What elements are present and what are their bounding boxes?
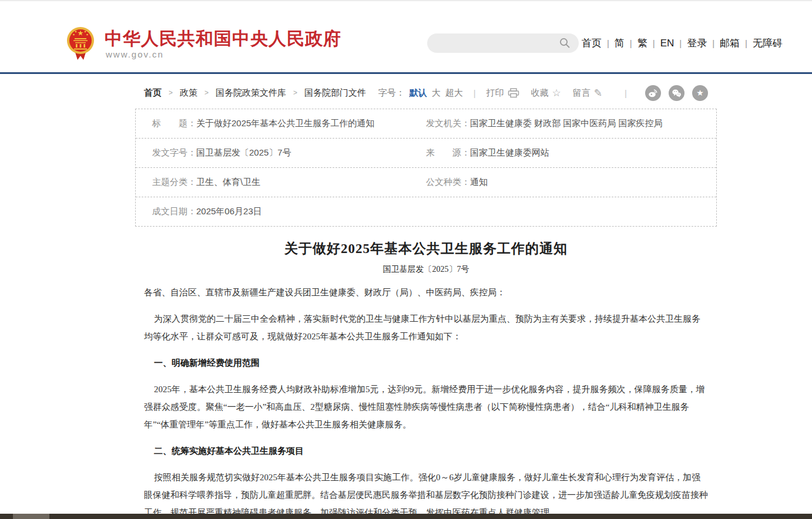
document-toolbar: 字号： 默认 大 超大 | 打印 收藏 ☆ 留言 ✎ | [378, 85, 708, 101]
nav-login[interactable]: 登录 [687, 36, 707, 50]
article-section-heading-1: 一、明确新增经费使用范围 [144, 354, 708, 372]
article-body: 各省、自治区、直辖市及新疆生产建设兵团卫生健康委、财政厅（局）、中医药局、疾控局… [135, 284, 717, 519]
font-size-large-button[interactable]: 大 [432, 87, 441, 99]
comment-label: 留言 [573, 87, 590, 99]
document-meta-table: 标 题： 关于做好2025年基本公共卫生服务工作的通知 发文机关： 国家卫生健康… [135, 109, 717, 227]
meta-label-topic-category: 主题分类： [152, 177, 196, 188]
article-paragraph: 按照相关服务规范切实做好2025年基本公共卫生服务项目实施工作。强化0～6岁儿童… [144, 469, 708, 519]
article-paragraph: 为深入贯彻党的二十届三中全会精神，落实新时代党的卫生与健康工作方针中以基层为重点… [144, 310, 708, 345]
meta-cell-written-date: 成文日期： 2025年06月23日 [136, 206, 426, 217]
nav-separator: | [607, 38, 609, 48]
meta-label-source: 来 源： [426, 147, 470, 159]
breadcrumb-home[interactable]: 首页 [144, 87, 162, 99]
chevron-right-icon: > [169, 89, 173, 97]
font-size-label: 字号： [378, 87, 405, 99]
nav-english[interactable]: EN [660, 38, 675, 49]
breadcrumb: 首页 > 政策 > 国务院政策文件库 > 国务院部门文件 [144, 87, 366, 99]
breadcrumb-current: 国务院部门文件 [304, 87, 366, 99]
nav-accessibility[interactable]: 无障碍 [753, 36, 783, 50]
print-label: 打印 [486, 87, 504, 99]
search-input[interactable] [427, 38, 559, 48]
toolbar-separator: | [625, 88, 627, 98]
favorite-label: 收藏 [531, 87, 549, 99]
qzone-share-icon[interactable]: ★ [692, 85, 708, 101]
toolbar-separator: | [474, 88, 476, 98]
meta-value-written-date: 2025年06月23日 [196, 206, 262, 217]
nav-traditional[interactable]: 繁 [637, 36, 647, 50]
share-buttons: ★ [637, 85, 708, 101]
nav-separator: | [653, 38, 655, 48]
meta-row-title-agency: 标 题： 关于做好2025年基本公共卫生服务工作的通知 发文机关： 国家卫生健康… [136, 109, 716, 139]
meta-cell-doc-type: 公文种类： 通知 [426, 177, 716, 188]
meta-value-doc-number: 国卫基层发〔2025〕7号 [196, 147, 291, 159]
breadcrumb-policy[interactable]: 政策 [180, 87, 197, 99]
meta-label-issuing-agency: 发文机关： [426, 118, 470, 129]
favorite-button[interactable]: 收藏 ☆ [531, 87, 561, 99]
search-icon[interactable] [559, 38, 571, 49]
national-emblem-logo [66, 26, 95, 62]
meta-value-issuing-agency: 国家卫生健康委 财政部 国家中医药局 国家疾控局 [470, 118, 663, 129]
top-nav: 首页 | 简 | 繁 | EN | 登录 | 邮箱 | 无障碍 [582, 36, 783, 50]
meta-value-topic-category: 卫生、体育\卫生 [196, 177, 260, 188]
meta-label-title: 标 题： [152, 118, 196, 129]
weibo-share-icon[interactable] [645, 85, 661, 101]
meta-label-doc-number: 发文字号： [152, 147, 196, 159]
nav-separator: | [745, 38, 747, 48]
meta-label-doc-type: 公文种类： [426, 177, 470, 188]
meta-label-written-date: 成文日期： [152, 206, 196, 217]
chevron-right-icon: > [204, 89, 209, 97]
meta-row-category-type: 主题分类： 卫生、体育\卫生 公文种类： 通知 [136, 168, 716, 197]
comment-button[interactable]: 留言 ✎ [573, 87, 602, 99]
meta-cell-empty [426, 206, 716, 217]
meta-value-doc-type: 通知 [470, 177, 488, 188]
font-size-default-button[interactable]: 默认 [410, 87, 427, 99]
breadcrumb-policy-library[interactable]: 国务院政策文件库 [216, 87, 286, 99]
nav-simplified[interactable]: 简 [615, 36, 625, 50]
meta-row-docnum-source: 发文字号： 国卫基层发〔2025〕7号 来 源： 国家卫生健康委网站 [136, 139, 716, 168]
scrollbar-thumb[interactable] [13, 514, 49, 519]
meta-cell-title: 标 题： 关于做好2025年基本公共卫生服务工作的通知 [136, 118, 426, 129]
meta-value-title: 关于做好2025年基本公共卫生服务工作的通知 [196, 118, 374, 129]
meta-cell-topic-category: 主题分类： 卫生、体育\卫生 [136, 177, 426, 188]
horizontal-scrollbar[interactable] [0, 514, 812, 519]
print-button[interactable]: 打印 [486, 87, 519, 99]
article-section-heading-2: 二、统筹实施好基本公共卫生服务项目 [144, 442, 708, 460]
main-content: 首页 > 政策 > 国务院政策文件库 > 国务院部门文件 字号： 默认 大 超大… [135, 85, 717, 519]
meta-cell-source: 来 源： 国家卫生健康委网站 [426, 147, 716, 159]
site-title: 中华人民共和国中央人民政府 [105, 27, 341, 51]
article-salutation: 各省、自治区、直辖市及新疆生产建设兵团卫生健康委、财政厅（局）、中医药局、疾控局… [144, 284, 708, 301]
wechat-share-icon[interactable] [669, 85, 685, 101]
meta-row-date: 成文日期： 2025年06月23日 [136, 197, 716, 226]
site-url: www.gov.cn [106, 49, 164, 59]
site-header: 中华人民共和国中央人民政府 www.gov.cn 首页 | 简 | 繁 | EN… [0, 1, 812, 74]
star-icon: ☆ [552, 88, 561, 98]
article-paragraph: 2025年，基本公共卫生服务经费人均财政补助标准增加5元，达到99元。新增经费用… [144, 380, 708, 433]
nav-home[interactable]: 首页 [582, 36, 602, 50]
nav-mailbox[interactable]: 邮箱 [720, 36, 740, 50]
breadcrumb-toolbar-row: 首页 > 政策 > 国务院政策文件库 > 国务院部门文件 字号： 默认 大 超大… [135, 85, 717, 101]
search-box[interactable] [427, 33, 579, 53]
pencil-icon: ✎ [594, 88, 602, 98]
meta-cell-issuing-agency: 发文机关： 国家卫生健康委 财政部 国家中医药局 国家疾控局 [426, 118, 716, 129]
font-size-xlarge-button[interactable]: 超大 [445, 87, 463, 99]
nav-separator: | [630, 38, 632, 48]
printer-icon [508, 88, 519, 98]
meta-cell-doc-number: 发文字号： 国卫基层发〔2025〕7号 [136, 147, 426, 159]
nav-separator: | [712, 38, 714, 48]
nav-separator: | [679, 38, 682, 48]
chevron-right-icon: > [293, 89, 297, 97]
qzone-star-icon: ★ [696, 89, 704, 97]
article-doc-number: 国卫基层发〔2025〕7号 [135, 264, 717, 275]
article-title: 关于做好2025年基本公共卫生服务工作的通知 [135, 240, 717, 258]
meta-value-source: 国家卫生健康委网站 [470, 147, 549, 159]
